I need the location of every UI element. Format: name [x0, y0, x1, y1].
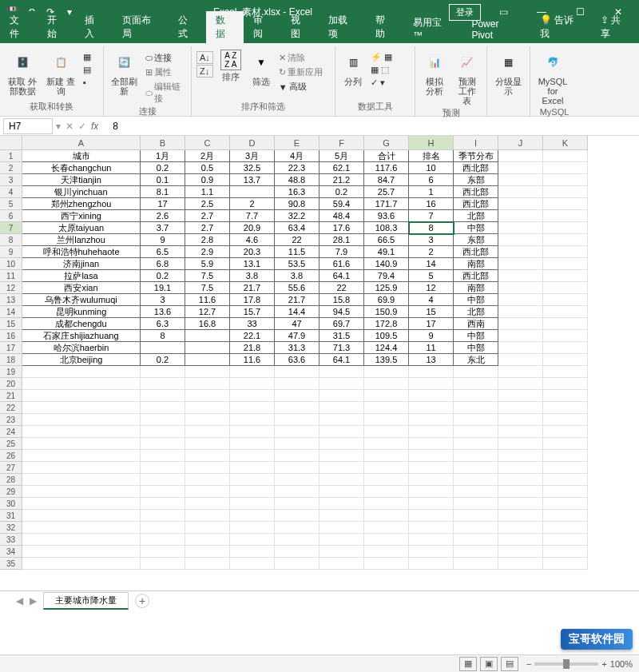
- cell[interactable]: 59.4: [320, 198, 364, 210]
- cell[interactable]: 14.4: [275, 306, 320, 318]
- cell[interactable]: [230, 510, 275, 522]
- cell[interactable]: 太原taiyuan: [22, 222, 141, 234]
- cell[interactable]: 0.1: [141, 174, 185, 186]
- cell[interactable]: [454, 402, 498, 414]
- cell[interactable]: [22, 522, 141, 534]
- row-header[interactable]: 7: [0, 222, 22, 234]
- tab-加载项[interactable]: 加载项: [319, 11, 366, 43]
- cell[interactable]: 108.3: [364, 222, 409, 234]
- cell[interactable]: [543, 342, 588, 354]
- cell[interactable]: [543, 534, 588, 546]
- cell[interactable]: [230, 450, 275, 462]
- cell[interactable]: [141, 546, 185, 558]
- cell[interactable]: [320, 426, 364, 438]
- cell[interactable]: [141, 390, 185, 402]
- cell[interactable]: [141, 402, 185, 414]
- cell[interactable]: [22, 402, 141, 414]
- cell[interactable]: 21.8: [230, 342, 275, 354]
- cell[interactable]: 9: [409, 330, 454, 342]
- column-header[interactable]: B: [141, 136, 185, 150]
- cell[interactable]: [141, 378, 185, 390]
- cell[interactable]: [275, 402, 320, 414]
- cell[interactable]: [543, 546, 588, 558]
- cell[interactable]: [185, 438, 230, 450]
- cell[interactable]: [185, 330, 230, 342]
- cell[interactable]: [230, 186, 275, 198]
- cell[interactable]: [141, 462, 185, 474]
- cell[interactable]: [364, 510, 409, 522]
- cell[interactable]: 16.8: [185, 318, 230, 330]
- cell[interactable]: [543, 450, 588, 462]
- page-break-view-icon[interactable]: ▤: [501, 657, 518, 671]
- cell[interactable]: [22, 390, 141, 402]
- cell[interactable]: [498, 198, 543, 210]
- cell[interactable]: 2: [409, 246, 454, 258]
- cell[interactable]: [185, 558, 230, 570]
- cell[interactable]: 4.6: [230, 234, 275, 246]
- cell[interactable]: 0.2: [320, 186, 364, 198]
- cell[interactable]: [498, 390, 543, 402]
- cell[interactable]: [543, 390, 588, 402]
- cell[interactable]: 28.1: [320, 234, 364, 246]
- cell[interactable]: [320, 390, 364, 402]
- cell[interactable]: 昆明kunming: [22, 306, 141, 318]
- cell[interactable]: [22, 486, 141, 498]
- cell[interactable]: [454, 522, 498, 534]
- sort-button[interactable]: A ZZ A 排序: [216, 48, 245, 83]
- cell[interactable]: [543, 486, 588, 498]
- cell[interactable]: [454, 486, 498, 498]
- cell[interactable]: [498, 510, 543, 522]
- cell[interactable]: 中部: [454, 222, 498, 234]
- cell[interactable]: 0.2: [141, 270, 185, 282]
- cell[interactable]: 47: [275, 318, 320, 330]
- cell[interactable]: [141, 426, 185, 438]
- row-header[interactable]: 8: [0, 234, 22, 246]
- cell[interactable]: [543, 366, 588, 378]
- cell[interactable]: [409, 546, 454, 558]
- reapply-button[interactable]: ↻ 重新应用: [277, 66, 324, 79]
- cell[interactable]: [543, 426, 588, 438]
- cell[interactable]: 171.7: [364, 198, 409, 210]
- cell[interactable]: [409, 390, 454, 402]
- cell[interactable]: [543, 438, 588, 450]
- row-header[interactable]: 1: [0, 150, 22, 162]
- cell[interactable]: 15.8: [320, 294, 364, 306]
- cell[interactable]: 合计: [364, 150, 409, 162]
- cell[interactable]: [320, 414, 364, 426]
- cell[interactable]: [543, 234, 588, 246]
- cell[interactable]: [543, 282, 588, 294]
- cell[interactable]: [275, 438, 320, 450]
- cell[interactable]: 兰州lanzhou: [22, 234, 141, 246]
- cell[interactable]: 成都chengdu: [22, 318, 141, 330]
- cell[interactable]: 69.9: [364, 294, 409, 306]
- cell[interactable]: [409, 438, 454, 450]
- cell[interactable]: [543, 222, 588, 234]
- cell[interactable]: [320, 378, 364, 390]
- cell[interactable]: [454, 378, 498, 390]
- cell[interactable]: [320, 546, 364, 558]
- cell[interactable]: [409, 402, 454, 414]
- cell[interactable]: [543, 462, 588, 474]
- row-header[interactable]: 23: [0, 414, 22, 426]
- cell[interactable]: 1.1: [185, 186, 230, 198]
- tab-插入[interactable]: 插入: [75, 11, 113, 43]
- cell[interactable]: 西北部: [454, 198, 498, 210]
- row-header[interactable]: 28: [0, 474, 22, 486]
- cell[interactable]: 西安xian: [22, 282, 141, 294]
- flash-fill-icon[interactable]: ⚡ ▦: [369, 51, 409, 63]
- cell[interactable]: [275, 450, 320, 462]
- cell[interactable]: [364, 378, 409, 390]
- tab-公式[interactable]: 公式: [169, 11, 206, 43]
- cell[interactable]: [364, 546, 409, 558]
- page-layout-view-icon[interactable]: ▣: [480, 657, 498, 671]
- cell[interactable]: [364, 426, 409, 438]
- cell[interactable]: 17: [141, 198, 185, 210]
- cell[interactable]: [498, 246, 543, 258]
- cell[interactable]: [275, 522, 320, 534]
- cell[interactable]: 2.9: [185, 246, 230, 258]
- cell[interactable]: 16.3: [275, 186, 320, 198]
- row-header[interactable]: 21: [0, 390, 22, 402]
- enter-formula-icon[interactable]: ✓: [78, 121, 86, 132]
- cell[interactable]: [364, 474, 409, 486]
- cell[interactable]: [275, 366, 320, 378]
